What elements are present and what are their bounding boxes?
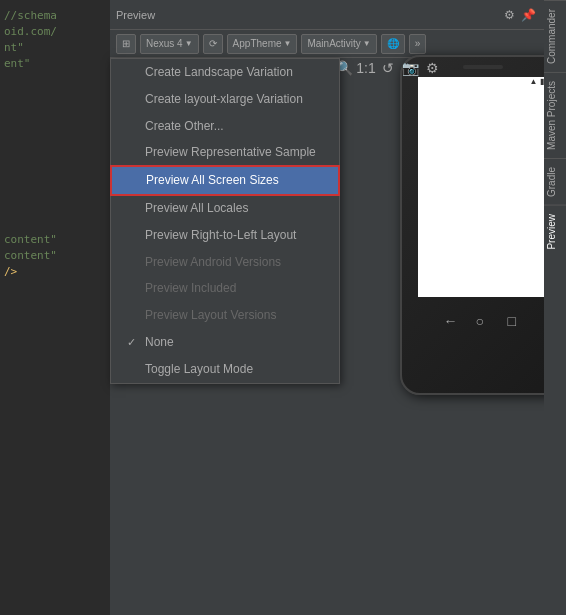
menu-item-included: Preview Included: [111, 275, 339, 302]
menu-item-label: Toggle Layout Mode: [145, 361, 253, 378]
theme-selector-btn[interactable]: AppTheme ▼: [227, 34, 298, 54]
menu-item-xlarge[interactable]: Create layout-xlarge Variation: [111, 86, 339, 113]
more-btn[interactable]: »: [409, 34, 427, 54]
menu-item-none[interactable]: ✓ None: [111, 329, 339, 356]
phone-body: ▲ ▮ ← ○ □: [400, 55, 565, 395]
sidebar-tab-preview[interactable]: Preview: [544, 205, 566, 258]
chevron-down-icon: ▼: [284, 39, 292, 48]
menu-item-label: Preview Included: [145, 280, 236, 297]
menu-item-label: Preview Android Versions: [145, 254, 281, 271]
locale-icon: 🌐: [387, 38, 399, 49]
code-line: [4, 104, 106, 120]
code-line: [4, 152, 106, 168]
preview-label: Preview: [116, 9, 155, 21]
menu-item-layout-versions: Preview Layout Versions: [111, 302, 339, 329]
phone-preview: ▲ ▮ ← ○ □: [400, 55, 565, 395]
code-line: [4, 136, 106, 152]
device-selector-btn[interactable]: Nexus 4 ▼: [140, 34, 199, 54]
code-line: [4, 184, 106, 200]
home-icon: ○: [476, 313, 490, 327]
code-line: [4, 88, 106, 104]
code-editor: //schema oid.com/ nt" ent" content" cont…: [0, 0, 110, 615]
menu-item-label: Create layout-xlarge Variation: [145, 91, 303, 108]
code-line: content": [4, 232, 106, 248]
activity-label: MainActivity: [307, 38, 360, 49]
menu-item-label: Create Landscape Variation: [145, 64, 293, 81]
code-line: [4, 120, 106, 136]
menu-item-rtl[interactable]: Preview Right-to-Left Layout: [111, 222, 339, 249]
checkmark-icon: ✓: [127, 335, 139, 350]
code-line: nt": [4, 40, 106, 56]
battery-icon: ▮: [540, 77, 544, 86]
theme-label: AppTheme: [233, 38, 282, 49]
device-toolbar: ⊞ Nexus 4 ▼ ⟳ AppTheme ▼ MainActivity ▼ …: [110, 30, 544, 58]
pin-icon-btn[interactable]: 📌: [519, 6, 538, 24]
orientation-icon: ⟳: [209, 38, 217, 49]
phone-nav-bar: ← ○ □: [402, 307, 563, 333]
code-line: ent": [4, 56, 106, 72]
code-line: [4, 216, 106, 232]
menu-item-label: Preview Right-to-Left Layout: [145, 227, 296, 244]
screenshot-btn[interactable]: 📷: [400, 58, 420, 78]
code-line: oid.com/: [4, 24, 106, 40]
menu-item-android-versions: Preview Android Versions: [111, 249, 339, 276]
activity-selector-btn[interactable]: MainActivity ▼: [301, 34, 376, 54]
refresh-btn[interactable]: ↺: [378, 58, 398, 78]
menu-item-other[interactable]: Create Other...: [111, 113, 339, 140]
layout-icon: ⊞: [122, 38, 130, 49]
menu-item-landscape[interactable]: Create Landscape Variation: [111, 59, 339, 86]
locale-btn[interactable]: 🌐: [381, 34, 405, 54]
chevron-down-icon: ▼: [363, 39, 371, 48]
status-bar: ▲ ▮: [530, 77, 544, 86]
menu-item-label: None: [145, 334, 174, 351]
right-sidebar: Commander Maven Projects Gradle Preview: [544, 0, 566, 615]
settings-icon-btn[interactable]: ⚙: [502, 6, 517, 24]
recents-icon: □: [508, 313, 522, 327]
menu-item-all-sizes[interactable]: Preview All Screen Sizes: [111, 166, 339, 195]
menu-item-all-locales[interactable]: Preview All Locales: [111, 195, 339, 222]
menu-item-label: Preview All Screen Sizes: [146, 172, 279, 189]
sidebar-tab-commander[interactable]: Commander: [544, 0, 566, 72]
more-icon: »: [415, 38, 421, 49]
menu-item-toggle[interactable]: Toggle Layout Mode: [111, 356, 339, 383]
sidebar-tab-maven[interactable]: Maven Projects: [544, 72, 566, 158]
orientation-btn[interactable]: ⟳: [203, 34, 223, 54]
code-line: [4, 72, 106, 88]
layout-icon-btn[interactable]: ⊞: [116, 34, 136, 54]
menu-item-label: Create Other...: [145, 118, 224, 135]
phone-screen: ▲ ▮: [418, 77, 548, 297]
code-line: />: [4, 264, 106, 280]
nexus-label: Nexus 4: [146, 38, 183, 49]
wifi-icon: ▲: [530, 77, 538, 86]
render-settings-btn[interactable]: ⚙: [422, 58, 442, 78]
actual-size-btn[interactable]: 1:1: [356, 58, 376, 78]
code-line: [4, 200, 106, 216]
phone-speaker: [463, 65, 503, 69]
context-menu: Create Landscape Variation Create layout…: [110, 58, 340, 384]
toolbar-settings: ⚙ 📌: [502, 6, 538, 24]
preview-toolbar: Preview ⚙ 📌: [110, 0, 544, 30]
menu-item-label: Preview Representative Sample: [145, 144, 316, 161]
sidebar-tab-gradle[interactable]: Gradle: [544, 158, 566, 205]
code-line: [4, 168, 106, 184]
menu-item-label: Preview Layout Versions: [145, 307, 276, 324]
code-line: content": [4, 248, 106, 264]
menu-item-representative[interactable]: Preview Representative Sample: [111, 139, 339, 166]
menu-item-label: Preview All Locales: [145, 200, 248, 217]
chevron-down-icon: ▼: [185, 39, 193, 48]
back-icon: ←: [444, 313, 458, 327]
code-line: //schema: [4, 8, 106, 24]
